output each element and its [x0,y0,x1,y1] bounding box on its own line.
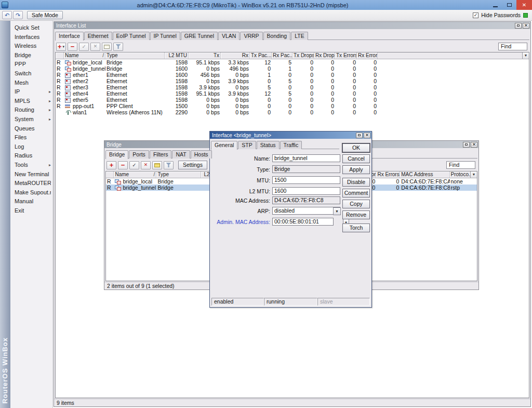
sidebar-item[interactable]: Bridge [10,51,52,60]
disable-button[interactable]: ✕ [90,43,100,51]
sidebar-item[interactable]: MPLS ▸ [10,97,52,106]
maximize-button[interactable] [502,0,516,10]
table-row[interactable]: R ppp-out1 PPP Client 1500 0 bps 0 bps 0… [56,103,529,109]
table-row[interactable]: wlan1 Wireless (Atheros 11N) 2290 0 bps … [56,109,529,115]
tab[interactable]: Bridge [105,150,128,159]
app-titlebar[interactable]: admin@D4:CA:6D:7E:F8:C9 (MikroTik) - Win… [0,0,532,10]
table-row[interactable]: R ether2 Ethernet 1598 0 bps 3.9 kbps 0 … [56,78,529,84]
col-type[interactable]: Type [156,172,201,178]
col-flag[interactable] [56,52,64,59]
admin-mac-field[interactable]: 00:00:5E:80:01:01 [272,218,334,226]
sidebar-item[interactable]: Mesh [10,78,52,88]
sidebar-item[interactable]: Files [10,133,52,142]
interface-list-restore-button[interactable] [515,23,522,29]
add-button[interactable]: +▾ [56,43,66,51]
hide-passwords-checkbox[interactable]: ✓ [473,12,478,18]
table-row[interactable]: R ether5 Ethernet 1598 0 bps 0 bps 0 0 0… [56,97,529,103]
arp-select[interactable]: disabled [272,207,340,215]
col-name[interactable]: Name/ [114,172,156,178]
table-row[interactable]: R ether4 Ethernet 1598 95.1 kbps 3.9 kbp… [56,90,529,97]
col-rx-packet[interactable]: Rx Pac... [272,52,292,59]
column-chooser-button[interactable]: ▼ [522,52,529,59]
tab[interactable]: VLAN [218,32,240,40]
name-field[interactable]: bridge_tunnel [272,154,340,162]
mtu-field[interactable]: 1500 [272,176,340,184]
sidebar-item[interactable]: Make Supout.rif [10,188,52,198]
sidebar-item[interactable]: New Terminal [10,170,52,179]
tab[interactable]: NAT [172,150,190,159]
column-chooser-button[interactable]: ▼ [470,172,477,178]
redo-button[interactable]: ↷ [13,11,23,19]
table-row[interactable]: R ether1 Ethernet 1600 456 bps 0 bps 1 0… [56,72,529,78]
col-tx-drops[interactable]: Tx Drops [292,52,314,59]
sidebar-item[interactable]: Interfaces [10,33,52,42]
sidebar-item[interactable]: Manual [10,197,52,206]
sidebar-item[interactable]: IP ▸ [10,87,52,97]
enable-button[interactable]: ✓ [79,43,89,51]
sidebar-item[interactable]: Log [10,142,52,152]
sidebar-item[interactable]: Tools ▸ [10,161,52,170]
tab[interactable]: STP [238,141,256,149]
sidebar-item[interactable]: Routing ▸ [10,106,52,115]
copy-button[interactable]: Copy [342,200,370,208]
disable-button[interactable]: Disable [342,178,370,187]
interface-list-titlebar[interactable]: Interface List ✕ [54,22,530,29]
tab[interactable]: IP Tunnel [150,32,180,40]
col-type[interactable]: Type [105,52,165,59]
tab[interactable]: Status [257,141,280,149]
sidebar-item[interactable]: Exit [10,206,52,216]
tab[interactable]: Ports [129,150,149,159]
dialog-close-button[interactable]: ✕ [364,133,370,138]
tab[interactable]: LTE [291,32,308,40]
safe-mode-button[interactable]: Safe Mode [27,11,63,19]
apply-button[interactable]: Apply [342,165,370,174]
remove-button[interactable]: − [118,161,128,169]
col-mac-address[interactable]: MAC Address [400,172,449,178]
sidebar-item[interactable]: Quick Set [10,23,52,33]
table-row[interactable]: R ether3 Ethernet 1598 3.9 kbps 0 bps 5 … [56,84,529,90]
col-rx-errors[interactable]: Rx Errors [357,52,378,59]
dialog-restore-button[interactable] [356,133,363,138]
sidebar-item[interactable]: Queues [10,124,52,134]
find-box[interactable]: Find [498,43,527,50]
torch-button[interactable]: Torch [342,223,370,232]
tab[interactable]: Hosts [191,150,212,159]
filter-button[interactable] [113,43,123,51]
bridge-restore-button[interactable] [463,142,470,148]
col-l2mtu[interactable]: L2 MTU [165,52,189,59]
col-tx[interactable]: Tx [189,52,221,59]
col-tx-errors[interactable]: Tx Errors [335,52,357,59]
remove-button[interactable]: Remove [342,210,370,219]
tab[interactable]: GRE Tunnel [181,32,218,40]
table-row[interactable]: R bridge_tunnel Bridge 1600 0 bps 496 bp… [56,65,529,72]
tab[interactable]: Traffic [280,141,302,149]
sidebar-item[interactable]: Switch [10,69,52,78]
col-rx-drops[interactable]: Rx Drops [314,52,335,59]
comment-button[interactable] [102,43,112,51]
add-button[interactable]: + [107,161,116,169]
bridge-close-button[interactable]: ✕ [471,142,477,148]
sidebar-item[interactable]: Wireless [10,42,52,51]
close-button[interactable]: ✕ [516,0,532,10]
settings-button[interactable]: Settings [178,161,207,169]
sidebar-item[interactable]: Radius [10,151,52,161]
comment-button[interactable]: Comment [342,189,370,198]
col-flag[interactable] [106,172,114,178]
tab[interactable]: Filters [150,150,172,159]
ok-button[interactable]: OK [342,143,370,152]
remove-button[interactable]: − [68,43,77,51]
disable-button[interactable]: ✕ [141,161,151,169]
interface-list-close-button[interactable]: ✕ [523,23,529,29]
table-row[interactable]: R bridge_local Bridge 1598 95.1 kbps 3.3… [56,59,529,65]
undo-button[interactable]: ↶ [2,11,12,19]
l2mtu-field[interactable]: 1600 [272,187,340,195]
col-tx-packet[interactable]: Tx Pac... [250,52,272,59]
col-rx-errors[interactable]: Rx Errors [376,172,400,178]
tab[interactable]: Ethernet [84,32,112,40]
sidebar-item[interactable]: MetaROUTER [10,179,52,188]
enable-button[interactable]: ✓ [129,161,139,169]
sidebar-item[interactable]: PPP [10,60,52,69]
col-name[interactable]: Name/ [64,52,105,59]
filter-button[interactable] [164,161,174,169]
dialog-titlebar[interactable]: Interface <bridge_tunnel> ✕ [210,131,371,139]
